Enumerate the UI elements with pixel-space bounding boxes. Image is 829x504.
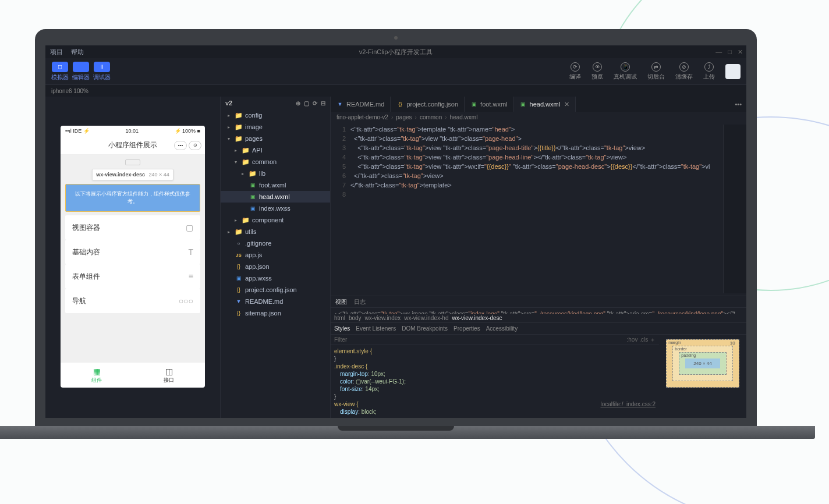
- breadcrumb-item[interactable]: common: [420, 114, 442, 120]
- toolbar-action[interactable]: 👁预览: [591, 62, 603, 81]
- tree-item[interactable]: {}sitemap.json: [221, 307, 330, 319]
- chevron-icon: ▸: [235, 148, 239, 153]
- tree-item[interactable]: ▾📁common: [221, 156, 330, 168]
- project-root[interactable]: v2: [225, 100, 232, 107]
- refresh-icon[interactable]: ⟳: [313, 100, 317, 107]
- capsule-close-icon[interactable]: ⊙: [189, 141, 201, 150]
- editor-tab[interactable]: ▼README.md: [331, 97, 391, 112]
- devtools-tab-log[interactable]: 日志: [354, 298, 366, 306]
- file-icon: 📁: [242, 216, 249, 224]
- styles-filter[interactable]: Filter: [334, 336, 347, 343]
- styles-tab[interactable]: Accessibility: [486, 325, 518, 332]
- new-file-icon[interactable]: ⊕: [296, 100, 300, 107]
- code-editor[interactable]: 12345678 <"tk-attr">class="tk-tag">templ…: [331, 122, 746, 296]
- tab-file-icon: ▣: [520, 101, 527, 107]
- tabs-overflow[interactable]: •••: [730, 97, 746, 112]
- maximize-icon[interactable]: □: [728, 48, 732, 56]
- tree-item[interactable]: ▾📁pages: [221, 133, 330, 144]
- logo-placeholder: [125, 159, 140, 165]
- inspect-tooltip: wx-view.index-desc 240 × 44: [92, 169, 173, 180]
- tree-item[interactable]: ▸📁lib: [221, 168, 330, 179]
- toolbar-action[interactable]: ⟳编译: [569, 62, 581, 81]
- new-folder-icon[interactable]: ▢: [304, 100, 309, 107]
- tree-item[interactable]: ▸📁API: [221, 144, 330, 156]
- dom-path-item[interactable]: html: [334, 315, 345, 321]
- dom-path-item[interactable]: wx-view.index-hd: [404, 315, 448, 321]
- 真机调试-icon: 📱: [621, 62, 630, 72]
- tab-close-icon[interactable]: ✕: [564, 101, 569, 108]
- css-rules[interactable]: element.style {}.index-desc {margin-top:…: [331, 345, 659, 418]
- editor-tab[interactable]: {}project.config.json: [391, 97, 465, 112]
- tree-item[interactable]: ▣foot.wxml: [221, 179, 330, 191]
- tree-item[interactable]: {}app.json: [221, 261, 330, 272]
- tree-item[interactable]: ▣index.wxss: [221, 203, 330, 214]
- styles-tab[interactable]: Event Listeners: [356, 325, 396, 332]
- mode-button[interactable]: □模拟器: [51, 62, 69, 81]
- tab-label: 接口: [164, 377, 174, 384]
- dom-tree[interactable]: ▸<"tk-attr">class="tk-tag">wx-image "tk-…: [331, 308, 746, 314]
- dom-path-item[interactable]: wx-view.index: [365, 315, 401, 321]
- tree-item[interactable]: JSapp.js: [221, 249, 330, 261]
- device-label[interactable]: iphone6 100%: [51, 88, 88, 94]
- dom-path-item[interactable]: body: [349, 315, 362, 321]
- file-name: project.config.json: [245, 286, 297, 293]
- styles-tab[interactable]: Styles: [334, 325, 350, 332]
- tree-item[interactable]: ▼README.md: [221, 296, 330, 307]
- toolbar-action[interactable]: 📱真机调试: [614, 62, 637, 81]
- styles-tab[interactable]: Properties: [454, 325, 480, 332]
- tabbar-item[interactable]: ▦组件: [61, 363, 133, 388]
- list-item[interactable]: 表单组件≡: [65, 264, 200, 289]
- file-icon: 📁: [235, 112, 242, 119]
- close-icon[interactable]: ✕: [738, 48, 743, 56]
- simulator-bar: iphone6 100%: [45, 85, 746, 97]
- tree-item[interactable]: ▸📁utils: [221, 226, 330, 237]
- 清缓存-icon: ⊘: [679, 62, 689, 72]
- toolbar-action[interactable]: ⤴上传: [703, 62, 715, 81]
- list-label: 视图容器: [72, 223, 100, 233]
- minimap[interactable]: [723, 125, 746, 293]
- minimize-icon[interactable]: —: [715, 48, 722, 56]
- file-name: sitemap.json: [245, 310, 281, 317]
- file-icon: {}: [235, 287, 242, 293]
- list-item[interactable]: 导航○○○: [65, 289, 200, 313]
- avatar[interactable]: [725, 64, 741, 79]
- file-icon: 📁: [242, 147, 249, 154]
- file-name: image: [245, 123, 263, 130]
- tree-item[interactable]: ▸📁image: [221, 121, 330, 133]
- list-icon: ≡: [189, 272, 193, 281]
- dom-breadcrumb[interactable]: htmlbodywx-view.indexwx-view.index-hdwx-…: [331, 314, 746, 323]
- tree-item[interactable]: ▣head.wxml: [221, 191, 330, 203]
- breadcrumb-item[interactable]: pages: [396, 114, 412, 120]
- collapse-icon[interactable]: ⊟: [321, 100, 325, 107]
- capsule-menu-icon[interactable]: •••: [174, 141, 187, 150]
- breadcrumb-item[interactable]: fino-applet-demo-v2: [336, 114, 388, 120]
- editor-tab[interactable]: ▣foot.wxml: [465, 97, 513, 112]
- menu-project[interactable]: 项目: [50, 48, 63, 56]
- tabbar-item[interactable]: ◫接口: [133, 363, 205, 388]
- tree-item[interactable]: {}project.config.json: [221, 284, 330, 296]
- tree-item[interactable]: ▸📁component: [221, 214, 330, 226]
- styles-toggles[interactable]: :hov .cls ＋: [627, 336, 656, 344]
- simulator-panel: ••ıl IDE ⚡ 10:01 ⚡ 100% ■ 小程序组件展示 ••• ⊙ …: [45, 97, 220, 418]
- toolbar-action[interactable]: ⊘清缓存: [675, 62, 693, 81]
- styles-tab[interactable]: DOM Breakpoints: [402, 325, 448, 332]
- box-content: 240 × 44: [685, 359, 720, 368]
- mode-button[interactable]: 编辑器: [72, 62, 90, 81]
- devtools-tab-view[interactable]: 视图: [335, 298, 347, 306]
- file-name: pages: [245, 135, 263, 142]
- menu-help[interactable]: 帮助: [71, 48, 84, 56]
- editor-tab[interactable]: ▣head.wxml✕: [514, 97, 576, 112]
- list-item[interactable]: 视图容器▢: [65, 215, 200, 240]
- mode-button[interactable]: ⫴调试器: [93, 62, 111, 81]
- list-item[interactable]: 基础内容T: [65, 240, 200, 264]
- 切后台-icon: ⇄: [651, 62, 661, 72]
- status-time: 10:01: [125, 128, 139, 134]
- dom-path-item[interactable]: wx-view.index-desc: [452, 315, 502, 321]
- action-label: 预览: [591, 73, 603, 81]
- tree-item[interactable]: ▫.gitignore: [221, 237, 330, 249]
- toolbar-action[interactable]: ⇄切后台: [647, 62, 665, 81]
- highlighted-element[interactable]: 以下将展示小程序官方组件能力，组件样式仅供参考。: [65, 184, 200, 212]
- tree-item[interactable]: ▸📁config: [221, 109, 330, 121]
- breadcrumb-item[interactable]: head.wxml: [450, 114, 478, 120]
- tree-item[interactable]: ▣app.wxss: [221, 272, 330, 284]
